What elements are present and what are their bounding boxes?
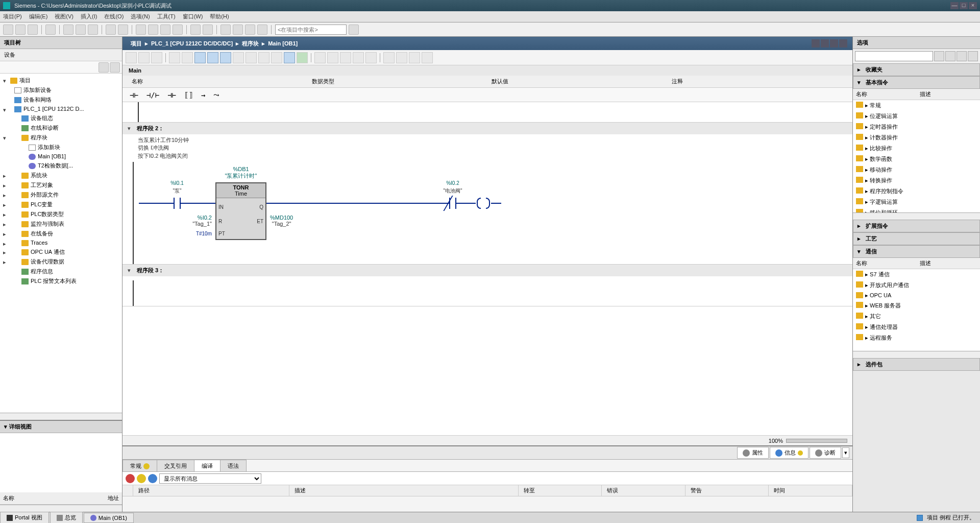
section-tech[interactable]: ▸工艺 [853,232,980,245]
net3-collapse-icon[interactable]: ▾ [128,267,134,274]
net2-collapse-icon[interactable]: ▾ [128,125,134,132]
close-button[interactable]: × [969,2,977,9]
tb-save-icon[interactable] [28,25,38,35]
subtab-xref[interactable]: 交叉引用 [157,460,194,471]
tb-misc2-icon[interactable] [233,25,243,35]
tree-node[interactable]: ▸外部源文件 [0,190,122,200]
instruction-folder[interactable]: ▸ 数学函数 [853,154,980,164]
iface-col-0[interactable]: 名称 [128,77,308,86]
iface-col-1[interactable]: 数据类型 [308,77,488,86]
et-btn-11[interactable] [258,52,270,63]
contact-pump[interactable]: %I0.1 "泵" [169,196,185,211]
tree-node[interactable]: ▸Traces [0,239,122,247]
instruction-folder[interactable]: ▸ WEB 服务器 [853,300,980,311]
search-prev-icon[interactable] [934,51,944,61]
tree-node[interactable]: T2检验数据[... [0,161,122,171]
comm-instruction-list[interactable]: ▸ S7 通信▸ 开放式用户通信▸ OPC UA▸ WEB 服务器▸ 其它▸ 通… [853,269,980,351]
et-btn-19[interactable] [365,52,377,63]
col-goto[interactable]: 转至 [519,485,602,496]
lad-nc-contact[interactable]: ⊣/⊢ [144,91,161,99]
tb-new-icon[interactable] [3,25,13,35]
tree-hscroll[interactable] [0,413,122,420]
bc-0[interactable]: 项目 [131,40,142,47]
lad-branch-close[interactable]: ⤳ [211,91,222,99]
lad-branch-open[interactable]: → [199,91,207,99]
section-options[interactable]: ▸选件包 [853,358,980,371]
iface-col-3[interactable]: 注释 [668,77,848,86]
tb-misc1-icon[interactable] [220,25,231,35]
et-btn-21[interactable] [396,52,407,63]
tree-node[interactable]: ▸工艺对象 [0,180,122,190]
search-opt2-icon[interactable] [968,51,978,61]
instruction-folder[interactable]: ▸ 位逻辑运算 [853,111,980,122]
et-btn-22[interactable] [409,52,420,63]
et-btn-18[interactable] [353,52,364,63]
tb-print-icon[interactable] [45,25,56,35]
tb-cut-icon[interactable] [63,25,74,35]
tree-node[interactable]: ▸设备代理数据 [0,257,122,267]
section-favorites[interactable]: ▸收藏夹 [853,63,980,76]
instruction-folder[interactable]: ▸ 计数器操作 [853,132,980,143]
tb-cross-icon[interactable] [245,25,255,35]
tree-node[interactable]: 设备组态 [0,113,122,123]
col-time[interactable]: 时间 [769,485,852,496]
et-btn-1[interactable] [126,52,137,63]
subtab-general[interactable]: 常规 [122,460,157,471]
tb-goonline-icon[interactable] [190,25,201,35]
basic-hscroll[interactable] [853,212,980,220]
search-opt1-icon[interactable] [957,51,967,61]
instruction-folder[interactable]: ▸ 其它 [853,311,980,322]
detail-hscroll[interactable] [0,505,122,512]
tb-upload-icon[interactable] [160,25,170,35]
menu-insert[interactable]: 插入(I) [81,13,97,20]
menu-edit[interactable]: 编辑(E) [29,13,48,20]
tree-node[interactable]: ▸OPC UA 通信 [0,247,122,257]
instruction-folder[interactable]: ▸ 程序控制指令 [853,186,980,197]
tree-node[interactable]: PLC 报警文本列表 [0,276,122,286]
menu-window[interactable]: 窗口(W) [183,13,203,20]
instruction-folder[interactable]: ▸ 远程服务 [853,332,980,343]
instruction-folder[interactable]: ▸ 通信处理器 [853,322,980,332]
tb-copy-icon[interactable] [76,25,86,35]
section-comm[interactable]: ▾通信 [853,245,980,258]
et-btn-23[interactable] [422,52,433,63]
tb-paste-icon[interactable] [88,25,98,35]
et-btn-9[interactable] [233,52,244,63]
instruction-folder[interactable]: ▸ 比较操作 [853,143,980,154]
net3-comment[interactable] [122,276,852,280]
zoom-value[interactable]: 100% [769,438,783,444]
section-extended[interactable]: ▸扩展指令 [853,220,980,232]
timer-tonr-block[interactable]: %DB1 "泵累计计时" TONRTime IN Q R ET PT [215,182,266,240]
tree-node[interactable]: 添加新设备 [0,85,122,95]
col-warn[interactable]: 警告 [685,485,769,496]
tree-node[interactable]: ▸系统块 [0,171,122,180]
output-coil[interactable] [476,196,491,211]
instruction-folder[interactable]: ▸ OPC UA [853,291,980,300]
minimize-button[interactable]: — [950,2,959,9]
tb-search-go-icon[interactable] [349,25,359,35]
zoom-slider[interactable] [786,439,847,443]
bc-close-icon[interactable] [839,39,847,47]
tb-compile-icon[interactable] [136,25,146,35]
contact-valve-nc[interactable]: %I0.2 "电池阀" [445,196,460,211]
et-btn-8[interactable] [220,52,231,63]
main-ob1-tab[interactable]: Main (OB1) [84,513,134,523]
tb-undo-icon[interactable] [106,25,116,35]
tree-node[interactable]: ▸PLC变量 [0,200,122,209]
et-btn-13[interactable] [284,52,295,63]
filter-info-icon[interactable] [148,474,157,483]
menu-view[interactable]: 视图(V) [55,13,74,20]
col-err[interactable]: 错误 [602,485,685,496]
tb-sim-icon[interactable] [173,25,183,35]
inspector-tab-info[interactable]: 信息 [770,447,808,459]
project-search-input[interactable] [275,25,347,35]
basic-instruction-list[interactable]: ▸ 常规▸ 位逻辑运算▸ 定时器操作▸ 计数器操作▸ 比较操作▸ 数学函数▸ 移… [853,100,980,212]
inspector-tab-properties[interactable]: 属性 [737,447,769,459]
et-btn-7[interactable] [207,52,218,63]
subtab-compile[interactable]: 编译 [194,460,220,471]
inspector-tab-diag[interactable]: 诊断 [810,447,841,459]
et-monitor-icon[interactable] [383,52,395,63]
bc-2[interactable]: 程序块 [242,40,259,47]
tb-open-icon[interactable] [15,25,26,35]
filter-error-icon[interactable] [126,474,135,483]
